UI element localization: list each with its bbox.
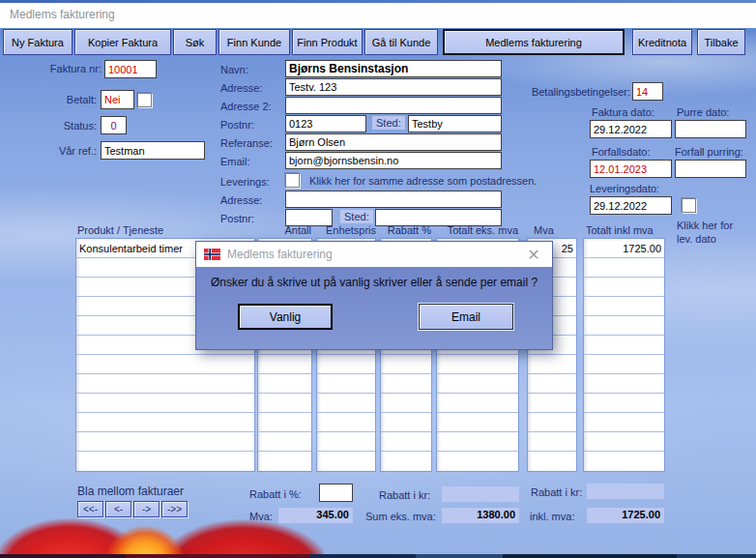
betalt-field[interactable]: Nei xyxy=(101,90,134,109)
table-cell-produkt-row10[interactable] xyxy=(76,432,254,452)
table-cell-totalt_inkl-row11[interactable] xyxy=(584,452,664,471)
table-cell-antall-row6[interactable] xyxy=(258,355,311,374)
table-cell-totalt_inkl-row4[interactable] xyxy=(584,316,664,336)
table-cell-totalt_inkl-row2[interactable] xyxy=(584,278,664,297)
table-cell-totalt_eks-row7[interactable] xyxy=(437,374,518,394)
table-cell-totalt_eks-row11[interactable] xyxy=(437,452,518,471)
table-cell-mva-row10[interactable] xyxy=(528,432,576,452)
table-cell-totalt_inkl-row10[interactable] xyxy=(584,432,664,452)
print-dialog: Medlems fakturering ✕ Ønsker du å skrive… xyxy=(195,241,553,350)
email-field[interactable]: bjorn@bjornsbensin.no xyxy=(285,152,502,169)
finn-produkt-button[interactable]: Finn Produkt xyxy=(292,29,363,55)
rabatt-kr2-field[interactable] xyxy=(587,484,664,499)
table-cell-antall-row8[interactable] xyxy=(258,394,311,413)
forfall-purring-label: Forfall purring: xyxy=(675,146,743,158)
table-cell-produkt-row9[interactable] xyxy=(76,413,254,432)
leveringsdato-field[interactable]: 29.12.2022 xyxy=(590,196,672,215)
first-invoice-button[interactable]: <<- xyxy=(77,501,103,517)
rabatt-kr1-field[interactable] xyxy=(442,486,519,502)
col-header-totalt-inkl: Totalt inkl mva xyxy=(586,224,654,236)
finn-kunde-button[interactable]: Finn Kunde xyxy=(218,29,290,55)
next-invoice-button[interactable]: -> xyxy=(133,501,160,517)
table-cell-totalt_inkl-row9[interactable] xyxy=(584,413,664,432)
faktura-nr-field[interactable]: 10001 xyxy=(104,60,157,78)
lev-adresse-field[interactable] xyxy=(285,191,502,208)
adresse-field[interactable]: Testv. 123 xyxy=(285,78,502,96)
table-cell-enhetspris-row11[interactable] xyxy=(317,452,375,471)
table-cell-mva-row7[interactable] xyxy=(528,374,576,394)
purre-dato-field[interactable] xyxy=(675,120,746,138)
lev-dato-hint-line1: Klikk her for xyxy=(677,220,733,231)
table-cell-totalt_eks-row6[interactable] xyxy=(437,355,518,374)
status-field[interactable]: 0 xyxy=(101,116,127,134)
table-cell-rabatt-row6[interactable] xyxy=(381,355,431,374)
table-cell-rabatt-row11[interactable] xyxy=(381,452,431,471)
adresse2-field[interactable] xyxy=(285,97,502,114)
table-cell-rabatt-row10[interactable] xyxy=(381,432,431,452)
table-cell-produkt-row11[interactable] xyxy=(76,452,254,471)
navn-field[interactable]: Bjørns Bensinstasjon xyxy=(285,60,502,77)
previous-invoice-button[interactable]: <- xyxy=(105,501,131,517)
table-cell-enhetspris-row7[interactable] xyxy=(317,374,375,394)
table-cell-mva-row8[interactable] xyxy=(528,394,576,413)
print-dialog-titlebar[interactable]: Medlems fakturering ✕ xyxy=(196,242,552,267)
table-cell-antall-row10[interactable] xyxy=(258,432,311,452)
same-address-checkbox[interactable] xyxy=(285,173,300,188)
table-cell-totalt_inkl-row8[interactable] xyxy=(584,394,664,413)
email-button[interactable]: Email xyxy=(419,304,513,330)
table-cell-antall-row9[interactable] xyxy=(258,413,311,432)
table-cell-totalt_inkl-row0[interactable]: 1725.00 xyxy=(584,239,664,258)
medlems-fakturering-button[interactable]: Medlems fakturering xyxy=(443,29,625,55)
col-header-produkt: Produkt / Tjeneste xyxy=(77,224,163,236)
lev-sted-label: Sted: xyxy=(340,210,373,223)
tilbake-button[interactable]: Tilbake xyxy=(697,29,745,55)
table-cell-enhetspris-row6[interactable] xyxy=(317,355,375,374)
referanse-field[interactable]: Bjørn Olsen xyxy=(285,133,502,151)
table-cell-rabatt-row8[interactable] xyxy=(381,394,431,413)
status-label: Status: xyxy=(45,120,97,132)
faktura-dato-field[interactable]: 29.12.2022 xyxy=(590,120,672,138)
table-cell-totalt_inkl-row5[interactable] xyxy=(584,336,664,355)
table-cell-produkt-row8[interactable] xyxy=(76,394,254,413)
ga-til-kunde-button[interactable]: Gå til Kunde xyxy=(364,29,438,55)
table-cell-totalt_inkl-row6[interactable] xyxy=(584,355,664,374)
postnr-field[interactable]: 0123 xyxy=(285,115,366,132)
table-cell-enhetspris-row10[interactable] xyxy=(317,432,375,452)
betalingsbetingelser-label: Betalingsbetingelser: xyxy=(488,86,630,98)
table-cell-rabatt-row7[interactable] xyxy=(381,374,431,394)
table-cell-antall-row11[interactable] xyxy=(258,452,311,471)
kopier-faktura-button[interactable]: Kopier Faktura xyxy=(74,29,171,55)
kreditnota-button[interactable]: Kreditnota xyxy=(632,29,692,55)
inkl-mva-value: 1725.00 xyxy=(587,508,664,523)
forfall-purring-field[interactable] xyxy=(675,160,746,178)
betalt-checkbox[interactable] xyxy=(137,93,152,107)
table-cell-mva-row9[interactable] xyxy=(528,413,576,432)
table-cell-antall-row7[interactable] xyxy=(258,374,311,394)
sted-field[interactable]: Testby xyxy=(408,115,502,132)
var-ref-field[interactable]: Testman xyxy=(101,141,205,160)
table-cell-totalt_inkl-row3[interactable] xyxy=(584,297,664,316)
vanlig-button[interactable]: Vanlig xyxy=(238,304,333,330)
rabatt-pct-field[interactable] xyxy=(319,484,353,502)
close-icon[interactable]: ✕ xyxy=(523,246,544,264)
ny-faktura-button[interactable]: Ny Faktura xyxy=(3,29,73,55)
table-cell-produkt-row7[interactable] xyxy=(76,374,254,394)
table-cell-totalt_eks-row8[interactable] xyxy=(437,394,518,413)
table-cell-totalt_eks-row10[interactable] xyxy=(437,432,518,452)
forfallsdato-field[interactable]: 12.01.2023 xyxy=(590,160,672,178)
sok-button[interactable]: Søk xyxy=(173,29,217,55)
table-cell-produkt-row6[interactable] xyxy=(76,355,254,374)
table-cell-enhetspris-row8[interactable] xyxy=(317,394,375,413)
last-invoice-button[interactable]: ->> xyxy=(161,501,188,517)
table-cell-mva-row11[interactable] xyxy=(528,452,576,471)
browse-invoices-label: Bla mellom fakturaer xyxy=(77,485,184,498)
email-label: Email: xyxy=(220,156,250,167)
betalingsbetingelser-field[interactable]: 14 xyxy=(632,82,663,101)
table-cell-totalt_inkl-row1[interactable] xyxy=(584,258,664,278)
table-cell-totalt_eks-row9[interactable] xyxy=(437,413,518,432)
table-cell-totalt_inkl-row7[interactable] xyxy=(584,374,664,394)
table-cell-enhetspris-row9[interactable] xyxy=(317,413,375,432)
table-cell-mva-row6[interactable] xyxy=(528,355,576,374)
table-cell-rabatt-row9[interactable] xyxy=(381,413,431,432)
lev-dato-checkbox[interactable] xyxy=(682,198,696,213)
